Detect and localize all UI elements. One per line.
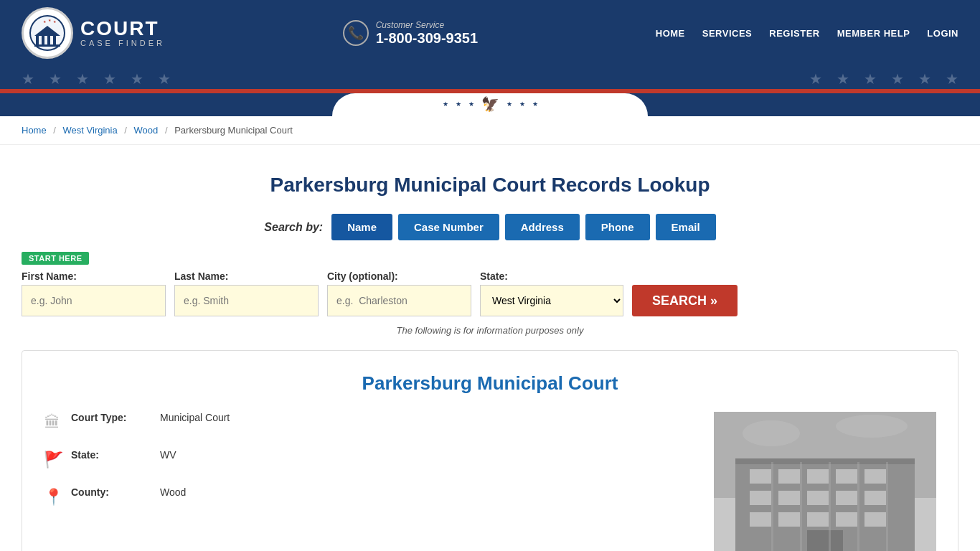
logo-sub-text: CASE FINDER <box>80 39 165 47</box>
svg-rect-33 <box>857 462 859 551</box>
state-group: State: West Virginia Alabama Alaska Ariz… <box>480 270 623 316</box>
state-label: State: <box>480 270 623 282</box>
star-decoration-6: ★ <box>158 70 171 88</box>
breadcrumb-sep-3: / <box>165 125 168 136</box>
info-row-court-type: 🏛 Court Type: Municipal Court <box>44 412 692 432</box>
svg-rect-18 <box>750 491 771 505</box>
customer-service: 📞 Customer Service 1-800-309-9351 <box>343 20 478 47</box>
star-decoration-5: ★ <box>131 70 143 88</box>
logo-area: ★ ★ ★ COURT CASE FINDER <box>22 7 165 59</box>
state-select[interactable]: West Virginia Alabama Alaska Arizona Ark… <box>480 285 623 316</box>
nav-login[interactable]: LOGIN <box>927 28 958 39</box>
star-decoration-4: ★ <box>103 70 116 88</box>
svg-rect-4 <box>53 34 56 44</box>
cs-label: Customer Service <box>376 20 478 30</box>
svg-rect-6 <box>34 44 60 47</box>
svg-point-36 <box>836 415 908 438</box>
breadcrumb-home[interactable]: Home <box>22 125 47 136</box>
tab-phone[interactable]: Phone <box>585 214 650 240</box>
logo-court-text: COURT <box>80 19 165 39</box>
nav-services[interactable]: SERVICES <box>702 28 753 39</box>
breadcrumb-current: Parkersburg Municipal Court <box>174 125 293 136</box>
svg-rect-32 <box>829 462 831 551</box>
svg-rect-20 <box>807 491 829 505</box>
svg-rect-16 <box>836 469 857 484</box>
logo-text: COURT CASE FINDER <box>80 19 165 47</box>
svg-rect-34 <box>886 462 888 551</box>
svg-rect-24 <box>778 512 800 527</box>
nav-home[interactable]: HOME <box>656 28 685 39</box>
svg-rect-23 <box>750 512 771 527</box>
court-card-title: Parkersburg Municipal Court <box>44 372 936 395</box>
logo-circle: ★ ★ ★ <box>22 7 73 59</box>
court-info-card: Parkersburg Municipal Court 🏛 Court Type… <box>22 350 958 551</box>
state-label-card: State: <box>71 449 150 461</box>
star-decoration-3: ★ <box>76 70 89 88</box>
svg-rect-28 <box>807 530 843 551</box>
cs-number: 1-800-309-9351 <box>376 30 478 47</box>
arc-star-6: ★ <box>532 100 538 108</box>
start-here-text: START HERE <box>22 252 89 265</box>
star-decoration-9: ★ <box>864 70 877 88</box>
arc-star-5: ★ <box>519 100 525 108</box>
last-name-group: Last Name: <box>174 270 319 316</box>
city-group: City (optional): <box>327 270 471 316</box>
svg-rect-15 <box>807 469 829 484</box>
nav-register[interactable]: REGISTER <box>769 28 819 39</box>
svg-rect-27 <box>864 512 886 527</box>
page-title: Parkersburg Municipal Court Records Look… <box>22 174 958 197</box>
star-decoration-7: ★ <box>809 70 822 88</box>
breadcrumb-county[interactable]: Wood <box>134 125 159 136</box>
tab-name[interactable]: Name <box>331 214 392 240</box>
court-photo <box>714 412 936 551</box>
site-header: ★ ★ ★ COURT CASE FINDER 📞 Customer Servi… <box>0 0 980 66</box>
arc-star-2: ★ <box>456 100 461 108</box>
arc-star-4: ★ <box>507 100 512 108</box>
info-row-county: 📍 County: Wood <box>44 486 692 507</box>
last-name-input[interactable] <box>174 285 319 316</box>
city-input[interactable] <box>327 285 471 316</box>
svg-rect-22 <box>864 491 886 505</box>
court-type-label: Court Type: <box>71 412 150 423</box>
court-type-value: Municipal Court <box>160 412 230 423</box>
svg-rect-1 <box>36 36 39 44</box>
state-value: WV <box>160 449 176 461</box>
svg-rect-26 <box>836 512 857 527</box>
svg-rect-2 <box>42 34 44 44</box>
breadcrumb-sep-1: / <box>53 125 56 136</box>
first-name-group: First Name: <box>22 270 166 316</box>
building-icon: 🏛 <box>44 413 61 432</box>
city-label: City (optional): <box>327 270 471 282</box>
info-notice: The following is for information purpose… <box>22 325 958 336</box>
first-name-label: First Name: <box>22 270 166 282</box>
tab-email[interactable]: Email <box>656 214 716 240</box>
county-label: County: <box>71 486 150 498</box>
cs-text: Customer Service 1-800-309-9351 <box>376 20 478 47</box>
arc-star-1: ★ <box>443 100 448 108</box>
search-by-label: Search by: <box>264 221 323 234</box>
svg-rect-21 <box>836 491 857 505</box>
county-value: Wood <box>160 486 186 498</box>
tab-address[interactable]: Address <box>505 214 580 240</box>
arc-star-3: ★ <box>468 100 474 108</box>
breadcrumb-sep-2: / <box>124 125 127 136</box>
court-card-body: 🏛 Court Type: Municipal Court 🚩 State: W… <box>44 412 936 551</box>
svg-rect-14 <box>778 469 800 484</box>
svg-rect-17 <box>864 469 886 484</box>
last-name-label: Last Name: <box>174 270 319 282</box>
tab-case-number[interactable]: Case Number <box>398 214 499 240</box>
search-form: First Name: Last Name: City (optional): … <box>22 270 958 316</box>
first-name-input[interactable] <box>22 285 166 316</box>
flag-icon: 🚩 <box>44 451 61 469</box>
breadcrumb-state[interactable]: West Virginia <box>63 125 118 136</box>
search-by-row: Search by: Name Case Number Address Phon… <box>22 214 958 240</box>
svg-rect-30 <box>771 462 773 551</box>
nav-member-help[interactable]: MEMBER HELP <box>837 28 910 39</box>
svg-point-35 <box>743 420 800 446</box>
svg-rect-19 <box>778 491 800 505</box>
star-decoration-11: ★ <box>918 70 931 88</box>
location-icon: 📍 <box>44 488 61 507</box>
court-building-svg <box>714 412 936 551</box>
svg-rect-25 <box>807 512 829 527</box>
search-button[interactable]: SEARCH » <box>632 285 738 316</box>
